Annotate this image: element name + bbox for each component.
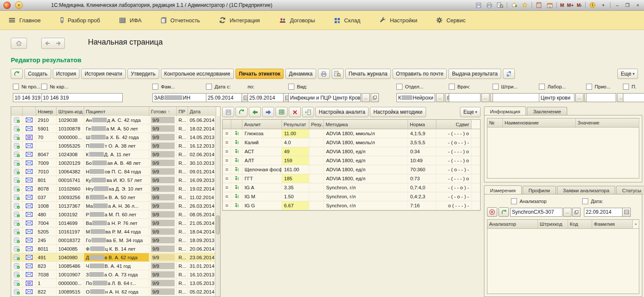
results-column-header[interactable]: Результат bbox=[282, 120, 309, 129]
refresh-button[interactable] bbox=[11, 69, 23, 79]
info-tab-информация[interactable]: Информация bbox=[484, 106, 526, 116]
filter-input[interactable]: КНейрохи bbox=[396, 93, 435, 102]
info-column-header[interactable]: № bbox=[487, 118, 503, 127]
настройка-аналита-button[interactable]: Настройка аналита bbox=[315, 107, 369, 117]
ellipsis-button[interactable]: ... bbox=[575, 93, 584, 102]
menu-item-3[interactable]: ИФА bbox=[119, 17, 142, 24]
filter-checkbox[interactable] bbox=[206, 84, 212, 90]
filter-input[interactable] bbox=[623, 93, 644, 102]
patients-column-header[interactable]: Пациент bbox=[84, 107, 149, 116]
утвердить-button[interactable]: Утвердить bbox=[127, 69, 159, 79]
filter-checkbox[interactable] bbox=[539, 84, 545, 90]
analyzer-checkbox[interactable] bbox=[511, 198, 517, 204]
preview-icon[interactable] bbox=[496, 2, 504, 9]
menu-item-8[interactable]: Настройки bbox=[380, 17, 417, 24]
arrow-right-button[interactable] bbox=[262, 107, 274, 117]
patient-row[interactable]: 80100016741Кува И. Ю. 57 лет9/9R...16.09… bbox=[11, 176, 215, 185]
filter-checkbox[interactable] bbox=[41, 84, 47, 90]
more-button[interactable]: Еще ▾ bbox=[617, 69, 638, 79]
results-column-header[interactable]: Резу... bbox=[309, 120, 324, 129]
back-button[interactable] bbox=[41, 38, 54, 49]
result-row[interactable]: =Глюкоза11.00ADVIA 1800, ммоль/л4,1:5,9-… bbox=[223, 129, 480, 138]
patient-row[interactable]: 80471024308К Д. А. 11 лет9/9R...02.06.20… bbox=[11, 150, 215, 159]
filter-checkbox[interactable] bbox=[13, 84, 19, 90]
cancel-button[interactable] bbox=[487, 207, 497, 217]
filter-input[interactable]: 10 146 319 bbox=[13, 93, 42, 102]
info-column-header[interactable]: Значение bbox=[576, 118, 639, 127]
results-column-header[interactable]: Норма bbox=[408, 120, 436, 129]
forward-button[interactable] bbox=[53, 38, 65, 49]
maximize-button[interactable]: ❐ bbox=[624, 2, 631, 9]
patients-column-header[interactable] bbox=[11, 107, 23, 116]
analyzer-column-header[interactable]: Штрихкод bbox=[538, 220, 568, 228]
meas-tab-статусы[interactable]: Статусы bbox=[616, 186, 644, 195]
results-column-header[interactable]: Сдвиг bbox=[436, 120, 472, 129]
patient-row[interactable]: 29101029038Анд А. С. 42 года9/9R...05.06… bbox=[11, 116, 215, 124]
filter-checkbox[interactable] bbox=[449, 84, 455, 90]
home-button[interactable] bbox=[11, 38, 27, 49]
results-column-header[interactable] bbox=[231, 120, 242, 129]
result-row[interactable]: =АСТ49ADVIA 1800, ед/л0:34- ( - - - ) о bbox=[223, 147, 480, 156]
preview-button[interactable] bbox=[332, 69, 344, 79]
patient-row[interactable]: 703810010907За О. А. 73 года9/9R...16.10… bbox=[11, 270, 215, 279]
minimize-button[interactable]: – bbox=[614, 2, 621, 9]
refresh-button[interactable] bbox=[236, 107, 248, 117]
patient-row[interactable]: 520510161197Мва Р. М. 44 года9/9R...18.0… bbox=[11, 227, 215, 236]
menu-item-5[interactable]: Интеграция bbox=[219, 17, 260, 24]
выдача-результата-button[interactable]: Выдача результата bbox=[448, 69, 501, 79]
patient-row[interactable]: 82210089515Он А. Н. 62 года9/9R...05.02.… bbox=[11, 288, 215, 296]
menu-item-2[interactable]: Разбор проб bbox=[60, 17, 100, 24]
measure-date-calendar-button[interactable] bbox=[623, 208, 631, 217]
transfer-button[interactable] bbox=[503, 69, 515, 79]
filter-checkbox[interactable] bbox=[493, 84, 499, 90]
patients-column-header[interactable]: Дата bbox=[188, 107, 216, 116]
meas-tab-профили[interactable]: Профили bbox=[523, 186, 556, 195]
создать-button[interactable]: Создать bbox=[24, 69, 51, 79]
paste-list-button[interactable] bbox=[302, 107, 314, 117]
patients-column-header[interactable]: Готово↑ bbox=[149, 107, 177, 116]
analyzer-ellipsis-button[interactable]: ... bbox=[563, 208, 571, 217]
patient-row[interactable]: 4911040980Дв В. А. 62 года9/9R...23.06.2… bbox=[11, 253, 215, 262]
ellipsis-button[interactable]: ... bbox=[362, 93, 370, 102]
print-icon[interactable] bbox=[485, 2, 493, 9]
scrollbar-thumb[interactable] bbox=[216, 215, 220, 234]
favorite-add-icon[interactable] bbox=[510, 2, 518, 9]
filter-input[interactable]: 25.09.2014 bbox=[248, 93, 284, 102]
m-minus-icon[interactable]: M- bbox=[577, 2, 582, 9]
filter-input[interactable]: 25.09.2014 bbox=[206, 93, 242, 102]
favorite-icon[interactable] bbox=[521, 2, 529, 9]
filter-input[interactable] bbox=[449, 93, 481, 102]
контрольное-исследование-button[interactable]: Контрольное исследование bbox=[161, 69, 234, 79]
save-icon[interactable] bbox=[475, 2, 482, 9]
info-icon[interactable]: i bbox=[589, 2, 596, 9]
m-icon[interactable]: M bbox=[560, 2, 564, 9]
grid-button[interactable] bbox=[275, 107, 287, 117]
patient-row[interactable]: 700000000...Ша Х. Б. 42 года9/9R...14.05… bbox=[11, 133, 215, 142]
menu-item-6[interactable]: Договоры bbox=[279, 17, 315, 24]
meas-tab-заявки-анализатора[interactable]: Заявки анализатора bbox=[557, 186, 615, 195]
patient-row[interactable]: 70041014699Ваа Н. Р. 76 лет9/9R...21.05.… bbox=[11, 219, 215, 227]
filter-input[interactable]: 10 146 319 bbox=[41, 93, 123, 102]
close-button[interactable]: × bbox=[634, 2, 641, 9]
result-row[interactable]: =Калий4.0ADVIA 1800, ммоль/л3,5:5,5- ( о… bbox=[223, 138, 480, 147]
patient-row[interactable]: 807810102660Нгука Д. Э. 10 лет9/9R...19.… bbox=[11, 185, 215, 193]
menu-item-4[interactable]: Отчетность bbox=[161, 17, 200, 24]
patient-row[interactable]: 700910020129Боая А. В. 48 лет9/9R...30.1… bbox=[11, 159, 215, 167]
analyzer-open-button[interactable] bbox=[572, 208, 581, 217]
patient-row[interactable]: 701010064382Нов П. С. 84 года9/9R...09.0… bbox=[11, 167, 215, 176]
patients-column-header[interactable]: Штрих-код bbox=[57, 107, 84, 116]
calculator-icon[interactable] bbox=[535, 2, 543, 9]
filter-checkbox[interactable] bbox=[623, 84, 629, 90]
filter-input[interactable] bbox=[493, 93, 541, 102]
отправить-по-почте-button[interactable]: Отправить по почте bbox=[393, 69, 447, 79]
arrow-left-button[interactable] bbox=[249, 107, 261, 117]
patient-row[interactable]: 10055325Пт О. А. 38 лет9/9R...16.12.2013 bbox=[11, 142, 215, 150]
system-menu-button[interactable]: ▼ bbox=[15, 1, 23, 9]
patient-row[interactable]: 24500018372Гова Е. М. 34 года9/9R...18.0… bbox=[11, 236, 215, 245]
result-row[interactable]: =IG G6.67Synchron, г/л7:16о ( - - - ) - bbox=[223, 201, 480, 210]
m-plus-icon[interactable]: M+ bbox=[567, 2, 574, 9]
динамика-button[interactable]: Динамика bbox=[285, 69, 316, 79]
result-row[interactable]: =IG A3.35Synchron, г/л0,7:4,0- ( - - о )… bbox=[223, 183, 480, 192]
filter-input[interactable]: Центр крови bbox=[539, 93, 574, 102]
refresh-button[interactable] bbox=[499, 207, 509, 217]
